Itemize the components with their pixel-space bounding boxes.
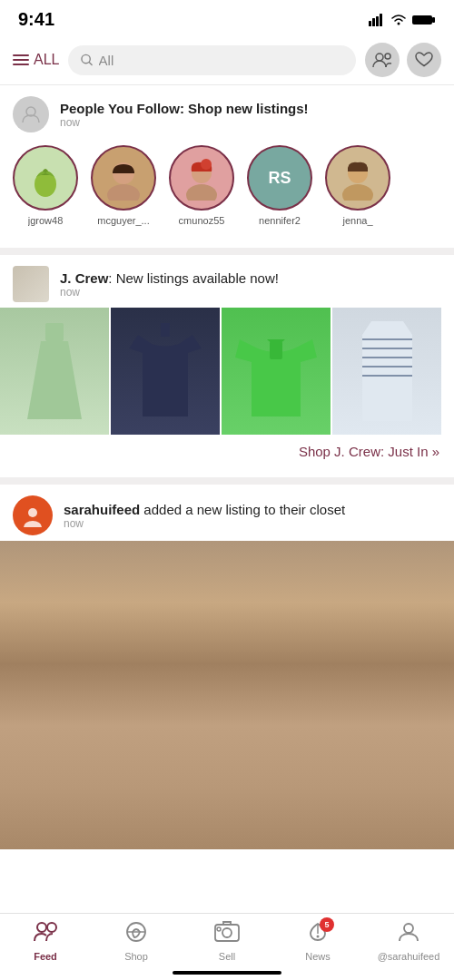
feed-icon xyxy=(34,921,57,948)
tab-sell-label: Sell xyxy=(219,951,235,962)
svg-point-14 xyxy=(107,184,140,201)
people-follow-header: People You Follow: Shop new listings! no… xyxy=(0,85,454,138)
profile-icon xyxy=(398,921,419,948)
section-divider-2 xyxy=(0,477,454,485)
person-username: mcguyer_... xyxy=(97,215,149,226)
post-username: sarahuifeed added a new listing to their… xyxy=(64,502,345,517)
favorites-button[interactable] xyxy=(407,43,441,77)
nav-icons xyxy=(365,43,441,77)
svg-point-30 xyxy=(37,923,46,932)
section-divider xyxy=(0,248,454,255)
svg-point-16 xyxy=(186,184,217,201)
tab-profile-label: @sarahuifeed xyxy=(378,951,440,962)
tab-feed[interactable]: Feed xyxy=(0,921,91,962)
status-time: 9:41 xyxy=(18,9,54,30)
wifi-icon xyxy=(390,14,407,26)
svg-point-36 xyxy=(217,927,221,931)
list-item[interactable]: RS nennifer2 xyxy=(247,145,312,226)
svg-point-10 xyxy=(385,54,390,59)
avatar[interactable] xyxy=(13,145,78,211)
avatar[interactable]: RS xyxy=(247,145,312,211)
post-time: now xyxy=(64,517,345,530)
search-input[interactable] xyxy=(99,53,343,68)
people-icon xyxy=(372,52,392,68)
shop-icon xyxy=(125,921,147,948)
signal-icon xyxy=(369,14,385,26)
brand-header-text: J. Crew: New listings available now! now xyxy=(60,270,279,299)
tab-news[interactable]: 5 News xyxy=(272,921,363,962)
brand-time: now xyxy=(60,286,279,299)
svg-line-8 xyxy=(90,63,93,65)
list-item[interactable]: mcguyer_... xyxy=(91,145,156,226)
people-follow-title: People You Follow: Shop new listings! xyxy=(60,101,309,116)
svg-rect-21 xyxy=(161,323,170,337)
list-item[interactable]: jenna_ xyxy=(325,145,390,226)
svg-rect-3 xyxy=(380,14,382,26)
tab-shop[interactable]: Shop xyxy=(91,921,182,962)
user-post-header: sarahuifeed added a new listing to their… xyxy=(0,485,454,541)
status-bar: 9:41 xyxy=(0,0,454,35)
people-icon-button[interactable] xyxy=(365,43,400,77)
svg-rect-20 xyxy=(45,323,64,341)
svg-rect-6 xyxy=(432,17,435,23)
user-avatar-icon xyxy=(21,504,44,527)
bottom-nav: Feed Shop Sell xyxy=(0,913,454,980)
tab-shop-label: Shop xyxy=(124,951,148,962)
svg-point-35 xyxy=(222,928,232,937)
tab-profile[interactable]: @sarahuifeed xyxy=(363,921,454,962)
person-username: cmunoz55 xyxy=(179,215,225,226)
battery-icon xyxy=(412,14,436,26)
search-bar[interactable] xyxy=(68,45,356,75)
brand-image-item[interactable] xyxy=(0,308,109,435)
top-nav: ALL xyxy=(0,35,454,85)
brand-image-item[interactable] xyxy=(332,308,441,435)
brand-logo-image xyxy=(13,266,49,302)
list-item[interactable]: jgrow48 xyxy=(13,145,78,226)
heart-icon xyxy=(415,52,433,68)
post-image[interactable] xyxy=(0,541,454,849)
people-follow-section: People You Follow: Shop new listings! no… xyxy=(0,85,454,239)
brand-image-item[interactable] xyxy=(111,308,220,435)
brand-header: J. Crew: New listings available now! now xyxy=(0,255,454,308)
brand-images-scroll[interactable] xyxy=(0,308,454,435)
news-badge: 5 xyxy=(320,917,334,932)
svg-point-4 xyxy=(398,22,400,24)
people-follow-scroll[interactable]: jgrow48 mcguyer_... xyxy=(0,138,454,239)
shop-brand-link[interactable]: Shop J. Crew: Just In » xyxy=(0,435,454,468)
people-follow-time: now xyxy=(60,116,309,129)
brand-name: J. Crew xyxy=(60,270,108,286)
all-filter-button[interactable]: ALL xyxy=(13,52,59,68)
status-icons xyxy=(369,14,436,26)
svg-point-37 xyxy=(317,936,320,938)
search-icon xyxy=(81,54,93,66)
svg-point-31 xyxy=(47,923,56,932)
svg-rect-5 xyxy=(412,15,432,24)
tab-feed-label: Feed xyxy=(34,951,57,962)
home-indicator xyxy=(173,971,281,975)
people-follow-avatar xyxy=(13,96,49,132)
svg-rect-0 xyxy=(369,21,371,26)
hamburger-icon xyxy=(13,54,29,65)
post-image-background xyxy=(0,541,454,849)
list-item[interactable]: cmunoz55 xyxy=(169,145,234,226)
svg-rect-1 xyxy=(372,18,375,26)
people-follow-title-block: People You Follow: Shop new listings! no… xyxy=(60,101,309,129)
avatar[interactable] xyxy=(169,145,234,211)
brand-image-item[interactable] xyxy=(222,308,331,435)
avatar[interactable] xyxy=(13,495,53,535)
person-username: nennifer2 xyxy=(259,215,301,226)
avatar[interactable] xyxy=(91,145,156,211)
post-username-bold: sarahuifeed xyxy=(64,502,140,517)
brand-title-suffix: : New listings available now! xyxy=(108,270,279,286)
news-icon: 5 xyxy=(307,921,329,948)
svg-point-29 xyxy=(24,521,42,527)
tab-sell[interactable]: Sell xyxy=(182,921,272,962)
svg-rect-2 xyxy=(376,16,379,26)
user-post-text: sarahuifeed added a new listing to their… xyxy=(64,502,345,530)
avatar[interactable] xyxy=(325,145,390,211)
sell-icon xyxy=(214,921,240,948)
person-icon xyxy=(21,104,41,124)
tab-news-label: News xyxy=(305,951,331,962)
svg-point-28 xyxy=(28,508,37,517)
person-username: jgrow48 xyxy=(28,215,64,226)
